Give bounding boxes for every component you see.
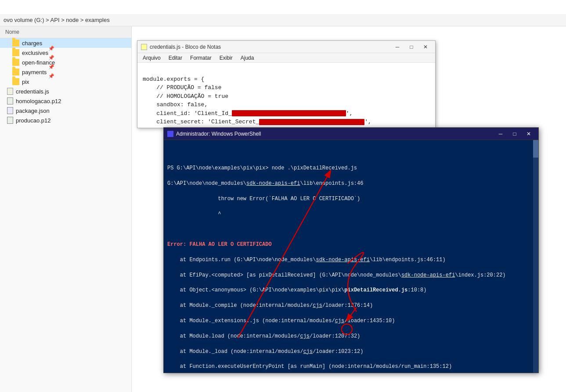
notepad-window: credentials.js - Bloco de Notas ─ □ ✕ Ar…: [137, 40, 436, 128]
ps-maximize-button[interactable]: □: [508, 129, 521, 138]
p12-icon-producao: [7, 117, 13, 124]
ps-content: PS G:\API\node\examples\pix\pix> node .\…: [164, 140, 538, 373]
ps-titlebar: Administrador: Windows PowerShell ─ □ ✕: [164, 128, 538, 140]
menu-arquivo[interactable]: Arquivo: [139, 54, 164, 62]
notepad-title: credentials.js - Bloco de Notas: [150, 44, 221, 50]
ps-line-11: at Module.load (node:internal/modules/cj…: [167, 333, 535, 340]
tree-label-charges: charges: [22, 40, 42, 47]
tree-item-payments[interactable]: payments: [0, 67, 131, 77]
tree-label-exclusives: exclusives: [22, 50, 48, 56]
address-text: ovo volume (G:) > API > node > examples: [4, 17, 110, 23]
ps-line-8: at Object.<anonymous> (G:\API\node\examp…: [167, 287, 535, 294]
folder-icon-exclusives: [12, 49, 19, 56]
notepad-titlebar: credentials.js - Bloco de Notas ─ □ ✕: [137, 41, 435, 53]
tree-label-producao: producao.p12: [16, 117, 51, 124]
notepad-content: module.exports = { // PRODUÇÃO = false /…: [137, 63, 435, 128]
powershell-window: Administrador: Windows PowerShell ─ □ ✕ …: [163, 127, 539, 373]
menu-editar[interactable]: Editar: [165, 54, 186, 62]
notepad-close-button[interactable]: ✕: [419, 43, 432, 51]
code-line-1: module.exports = {: [143, 76, 204, 83]
pin-icon-1: 📌: [48, 44, 55, 53]
ps-line-13: at Function.executeUserEntryPoint [as ru…: [167, 363, 535, 370]
menu-formatar[interactable]: Formatar: [187, 54, 215, 62]
ps-scrollbar-thumb[interactable]: [533, 140, 538, 158]
folder-icon-payments: [12, 68, 19, 76]
ps-line-1: PS G:\API\node\examples\pix\pix> node .\…: [167, 165, 535, 172]
tree-item-homologacao[interactable]: homologacao.p12: [0, 96, 131, 106]
ps-title: Administrador: Windows PowerShell: [176, 131, 261, 137]
tree-item-pix[interactable]: pix: [0, 77, 131, 86]
notepad-minimize-button[interactable]: ─: [391, 43, 404, 51]
code-line-2: // PRODUÇÃO = false: [143, 84, 221, 91]
folder-icon-pix: [12, 78, 19, 85]
code-line-3: // HOMOLOGAÇÃO = true: [143, 93, 228, 100]
notepad-app-icon: [141, 44, 147, 50]
pin-icon-2: 📌: [48, 53, 55, 62]
ps-line-3: throw new Error(`FALHA AO LER O CERTIFIC…: [167, 195, 535, 203]
code-line-6: client_secret: 'Client_Secret_',: [143, 119, 371, 125]
tree-item-producao[interactable]: producao.p12: [0, 115, 131, 125]
tree-item-credentials[interactable]: credentials.js: [0, 86, 131, 96]
tree-label-package: package.json: [16, 108, 50, 114]
code-line-4: sandbox: false,: [143, 101, 208, 108]
ps-title-left: Administrador: Windows PowerShell: [167, 131, 261, 137]
ps-line-4: ^: [167, 211, 535, 218]
ps-line-12: at Module._load (node:internal/modules/c…: [167, 348, 535, 356]
pin-icon-3: 📌: [48, 62, 55, 72]
ps-scrollbar[interactable]: [533, 140, 538, 373]
ps-close-button[interactable]: ✕: [523, 129, 535, 138]
ps-minimize-button[interactable]: ─: [494, 129, 507, 138]
tree-label-pix: pix: [22, 79, 29, 85]
ps-line-error: Error: FALHA AO LER O CERTIFICADO: [167, 241, 535, 248]
notepad-menubar: Arquivo Editar Formatar Exibir Ajuda: [137, 53, 435, 63]
code-line-5: client_id: 'Client_Id_',: [143, 110, 353, 117]
pin-area: 📌 📌 📌 📌: [48, 44, 55, 81]
file-tree-header: Nome: [0, 26, 131, 38]
ps-app-icon: [167, 131, 173, 137]
tree-item-charges[interactable]: charges: [0, 38, 131, 48]
menu-exibir[interactable]: Exibir: [216, 54, 236, 62]
ps-line-6: at Endpoints.run (G:\API\node\node_modul…: [167, 256, 535, 264]
json-icon-package: [7, 107, 13, 114]
ps-line-5: [167, 226, 535, 233]
pin-icon-4: 📌: [48, 72, 55, 81]
notepad-window-controls: ─ □ ✕: [391, 43, 432, 51]
folder-icon-charges: [12, 40, 19, 47]
tree-label-homologacao: homologacao.p12: [16, 98, 61, 104]
tree-label-payments: payments: [22, 69, 47, 76]
file-tree: Nome charges exclusives open-finance pay…: [0, 26, 132, 392]
tree-item-open-finance[interactable]: open-finance: [0, 58, 131, 67]
ps-window-controls: ─ □ ✕: [494, 129, 535, 138]
p12-icon-homologacao: [7, 97, 13, 104]
ps-line-10: at Module._extensions..js (node:internal…: [167, 317, 535, 325]
ps-line-2: G:\API\node\node_modules\sdk-node-apis-e…: [167, 180, 535, 187]
notepad-maximize-button[interactable]: □: [405, 43, 418, 51]
ps-line-7: at EfiPay.<computed> [as pixDetailReceiv…: [167, 272, 535, 279]
tree-item-package[interactable]: package.json: [0, 106, 131, 115]
ps-line-9: at Module._compile (node:internal/module…: [167, 302, 535, 309]
folder-icon-open-finance: [12, 59, 19, 66]
address-bar: ovo volume (G:) > API > node > examples: [0, 14, 566, 26]
js-icon-credentials: [7, 88, 13, 95]
menu-ajuda[interactable]: Ajuda: [237, 54, 258, 62]
notepad-title-left: credentials.js - Bloco de Notas: [141, 44, 221, 50]
tree-item-exclusives[interactable]: exclusives: [0, 48, 131, 58]
tree-label-credentials: credentials.js: [16, 88, 49, 95]
